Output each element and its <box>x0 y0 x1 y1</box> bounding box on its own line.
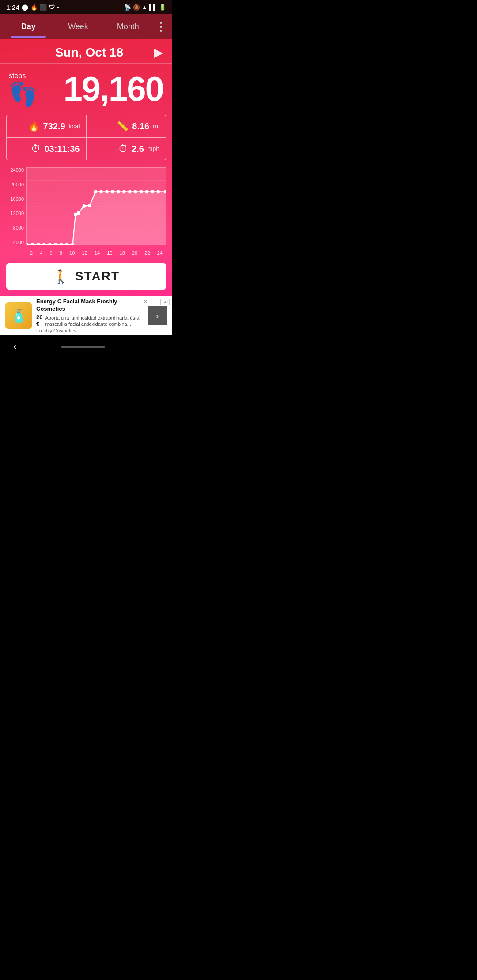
svg-point-9 <box>31 243 34 245</box>
battery-icon: 🔋 <box>159 4 166 11</box>
x-label-14: 14 <box>95 250 100 256</box>
x-label-2: 2 <box>30 250 33 256</box>
svg-point-11 <box>42 243 45 245</box>
stats-row-1: 🔥 732.9 kcal 📏 8.16 mi <box>7 115 166 138</box>
svg-point-24 <box>111 190 114 193</box>
svg-point-18 <box>77 211 80 215</box>
svg-point-12 <box>48 243 51 245</box>
wifi-icon: ▲ <box>142 4 148 11</box>
x-label-12: 12 <box>82 250 87 256</box>
distance-value: 8.16 <box>132 121 149 132</box>
cast-icon: 📡 <box>124 4 131 11</box>
calories-cell: 🔥 732.9 kcal <box>7 115 87 137</box>
tab-month[interactable]: Month <box>103 17 153 37</box>
ad-product-image: 🧴 <box>5 302 32 329</box>
y-label-16000: 16000 <box>6 196 24 202</box>
tab-bar: Day Week Month <box>0 14 172 39</box>
next-date-button[interactable]: ▶ <box>154 45 163 60</box>
svg-marker-7 <box>27 192 166 245</box>
walker-icon: 🚶 <box>53 269 69 284</box>
calories-unit: kcal <box>69 123 80 130</box>
steps-chart: 24000 20000 16000 12000 8000 4000 <box>6 167 166 256</box>
x-label-8: 8 <box>60 250 62 256</box>
tab-week[interactable]: Week <box>53 17 103 37</box>
chart-x-labels: 2 4 6 8 10 12 14 16 18 20 22 24 <box>26 250 166 256</box>
x-label-4: 4 <box>40 250 42 256</box>
status-time: 1:24 <box>6 4 19 11</box>
menu-dot-1 <box>160 22 162 24</box>
back-button[interactable]: ‹ <box>13 341 16 352</box>
ad-price: 26 € <box>36 314 42 327</box>
ad-brand: Freshly Cosmetics <box>36 328 143 333</box>
ad-arrow-button[interactable]: › <box>148 306 167 325</box>
tab-day[interactable]: Day <box>4 17 53 37</box>
x-label-18: 18 <box>120 250 125 256</box>
signal-icon: ▌▌ <box>149 4 157 11</box>
svg-point-8 <box>27 243 29 245</box>
svg-point-27 <box>128 190 131 193</box>
footprint-icon: 👣 <box>9 83 38 106</box>
speed-cell: ⏱ 2.6 mph <box>87 138 166 160</box>
steps-section: steps 👣 19,160 <box>0 64 172 111</box>
svg-point-25 <box>117 190 120 193</box>
y-label-20000: 20000 <box>6 182 24 187</box>
ad-label: AD <box>160 299 170 305</box>
calories-value: 732.9 <box>43 121 65 132</box>
current-date: Sun, Oct 18 <box>55 45 123 60</box>
speed-icon: ⏱ <box>118 143 128 155</box>
x-label-10: 10 <box>69 250 75 256</box>
flame-icon: 🔥 <box>28 121 40 132</box>
menu-dot-3 <box>160 30 162 32</box>
x-label-16: 16 <box>107 250 112 256</box>
start-label: START <box>75 269 120 283</box>
x-label-6: 6 <box>50 250 53 256</box>
distance-unit: mi <box>153 123 159 130</box>
status-square-icon: ⬛ <box>40 4 47 11</box>
timer-icon: ⏱ <box>31 143 41 155</box>
chart-svg <box>27 168 166 245</box>
y-label-8000: 8000 <box>6 225 24 230</box>
steps-label: steps <box>9 72 26 80</box>
x-label-20: 20 <box>132 250 137 256</box>
svg-point-20 <box>88 204 91 207</box>
ad-banner: 🧴 Energy C Facial Mask Freshly Cosmetics… <box>0 296 172 335</box>
status-shield-icon: 🛡 <box>49 4 55 11</box>
mute-icon: 🔕 <box>133 4 140 11</box>
status-circle-icon: ⬤ <box>22 4 28 11</box>
ad-close-button[interactable]: ✕ <box>144 299 148 305</box>
home-indicator[interactable] <box>61 346 105 348</box>
distance-icon: 📏 <box>117 121 129 132</box>
svg-point-32 <box>157 190 160 193</box>
svg-point-29 <box>140 190 143 193</box>
stats-row-2: ⏱ 03:11:36 ⏱ 2.6 mph <box>7 138 166 160</box>
svg-point-26 <box>122 190 125 193</box>
svg-point-10 <box>37 243 40 245</box>
y-label-12000: 12000 <box>6 211 24 216</box>
svg-point-30 <box>145 190 148 193</box>
x-label-22: 22 <box>144 250 150 256</box>
svg-point-17 <box>74 213 77 216</box>
svg-point-28 <box>134 190 137 193</box>
steps-count: 19,160 <box>42 72 163 106</box>
svg-point-15 <box>65 243 68 245</box>
ad-content: Energy C Facial Mask Freshly Cosmetics 2… <box>36 298 143 333</box>
app-container: Day Week Month Sun, Oct 18 ▶ steps 👣 19,… <box>0 14 172 335</box>
status-dot-icon: • <box>57 4 59 11</box>
svg-point-22 <box>99 190 102 193</box>
tab-menu-button[interactable] <box>153 18 169 35</box>
speed-unit: mph <box>148 145 159 152</box>
distance-cell: 📏 8.16 mi <box>87 115 166 137</box>
ad-title: Energy C Facial Mask Freshly Cosmetics <box>36 298 143 313</box>
menu-dot-2 <box>160 26 162 28</box>
start-button[interactable]: 🚶 START <box>6 263 166 290</box>
svg-point-31 <box>151 190 154 193</box>
status-flame-icon: 🔥 <box>30 4 38 11</box>
duration-value: 03:11:36 <box>44 144 80 154</box>
y-label-4000: 4000 <box>6 240 24 245</box>
svg-point-19 <box>83 204 86 208</box>
chart-y-labels: 24000 20000 16000 12000 8000 4000 <box>6 167 24 245</box>
svg-point-14 <box>60 243 63 245</box>
status-right: 📡 🔕 ▲ ▌▌ 🔋 <box>124 4 166 11</box>
svg-point-23 <box>105 190 108 193</box>
x-label-24: 24 <box>157 250 163 256</box>
